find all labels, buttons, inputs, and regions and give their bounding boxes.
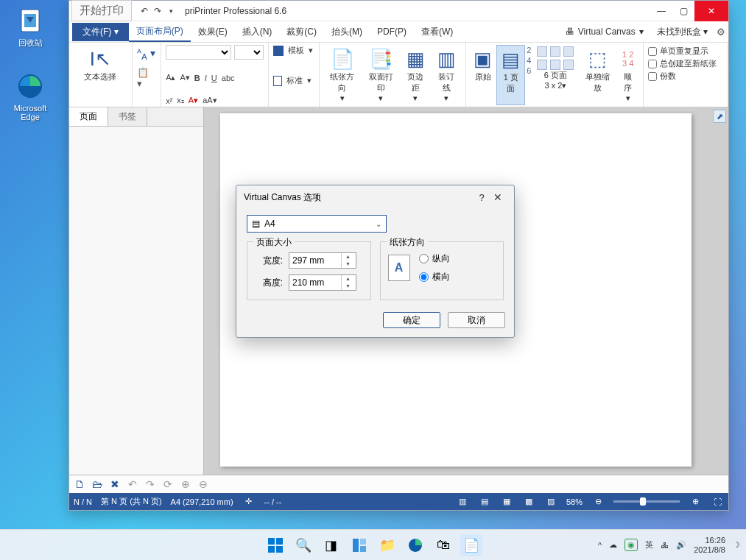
menu-head[interactable]: 抬头(M) (324, 23, 370, 41)
shrink-font[interactable]: A▾ (180, 73, 190, 82)
width-spinner[interactable]: ▲▼ (289, 252, 356, 269)
one-page-button[interactable]: ▤1 页面 (496, 45, 525, 105)
original-button[interactable]: ▣原始 (471, 45, 495, 105)
strike-button[interactable]: abc (222, 74, 235, 82)
font-format-icon[interactable]: ᴬA ▾ (137, 47, 156, 61)
tray-network-icon[interactable]: 🖧 (661, 541, 669, 550)
height-spinner[interactable]: ▲▼ (289, 274, 356, 291)
paper-size-combo[interactable]: ▤ A4 ⌄ (247, 215, 387, 233)
view-thumb-icon[interactable]: ▨ (544, 497, 557, 506)
start-button[interactable] (264, 534, 286, 556)
menu-pdf[interactable]: PDF(P) (370, 24, 414, 40)
crosshair-icon[interactable]: ✛ (242, 497, 256, 506)
height-down[interactable]: ▼ (342, 283, 354, 290)
refresh-icon[interactable]: ⟳ (162, 478, 174, 490)
width-up[interactable]: ▲ (342, 253, 354, 260)
paper-orient-button[interactable]: 📄纸张方向▾ (324, 45, 361, 105)
zoom-fit[interactable]: ⛶ (711, 497, 724, 506)
tray-notifications-icon[interactable]: ☽ (733, 540, 740, 550)
view-grid-icon[interactable]: ▩ (522, 497, 535, 506)
taskview-icon[interactable]: ◨ (320, 534, 342, 556)
tray-ime[interactable]: 英 (645, 539, 653, 550)
redo-button[interactable]: ↷ (151, 6, 164, 16)
order-button[interactable]: 1 23 4顺序▾ (617, 45, 638, 105)
italic-button[interactable]: I (205, 74, 207, 82)
dialog-close-button[interactable]: ✕ (489, 191, 507, 203)
delete-icon[interactable]: ✖ (109, 478, 121, 490)
zoom-slider[interactable] (613, 500, 680, 503)
grow-font[interactable]: A▴ (166, 73, 175, 82)
radio-landscape[interactable]: 横向 (419, 271, 450, 283)
menu-insert[interactable]: 插入(N) (235, 23, 280, 41)
tray-volume-icon[interactable]: 🔊 (676, 540, 686, 550)
menu-effects[interactable]: 效果(E) (191, 23, 235, 41)
edge-taskbar-icon[interactable] (404, 534, 426, 556)
text-select-button[interactable]: I↖ 文本选择 (74, 45, 127, 84)
height-up[interactable]: ▲ (342, 275, 354, 283)
font-color[interactable]: A▾ (189, 96, 198, 105)
menu-crop[interactable]: 裁剪(C) (279, 23, 324, 41)
sup-button[interactable]: x² (166, 96, 172, 105)
chk-always-new[interactable]: 总创建至新纸张 (648, 57, 723, 70)
undo-button[interactable]: ↶ (138, 6, 151, 16)
zoom-in-icon[interactable]: ⊕ (180, 478, 191, 490)
settings-gear-icon[interactable]: ⚙ (717, 26, 725, 38)
sub-button[interactable]: x₂ (177, 96, 184, 105)
bold-button[interactable]: B (194, 74, 200, 82)
width-input[interactable] (289, 253, 341, 268)
menu-file[interactable]: 文件(F) ▾ (72, 23, 129, 41)
redo2-icon[interactable]: ↷ (144, 478, 156, 490)
open-icon[interactable]: 🗁 (91, 478, 103, 490)
view-two-icon[interactable]: ▦ (500, 497, 513, 506)
six-page-button[interactable]: 6 页面3 x 2▾ (532, 45, 578, 105)
recycle-bin[interactable]: 回收站 (4, 4, 56, 49)
qa-customize[interactable]: ▾ (164, 7, 177, 15)
zoom-plus[interactable]: ⊕ (689, 497, 702, 506)
view-page-icon[interactable]: ▤ (478, 497, 491, 506)
underline-button[interactable]: U (211, 74, 217, 82)
cancel-button[interactable]: 取消 (448, 312, 505, 328)
chk-copies[interactable]: 份数 (648, 70, 723, 82)
widgets-icon[interactable] (348, 534, 370, 556)
height-input[interactable] (289, 275, 341, 290)
store-icon[interactable]: 🛍 (432, 534, 454, 556)
zoom-minus[interactable]: ⊖ (591, 497, 605, 506)
close-button[interactable]: ✕ (694, 1, 728, 21)
menu-view[interactable]: 查看(W) (414, 23, 460, 41)
standard-button[interactable]: 标准 ▾ (273, 75, 314, 86)
zoom-out-icon[interactable]: ⊖ (197, 478, 209, 490)
template-button[interactable]: 模板 ▾ (273, 45, 314, 56)
tray-security-icon[interactable]: ◉ (624, 539, 638, 551)
view-single-icon[interactable]: ▥ (456, 497, 469, 506)
tray-chevron-icon[interactable]: ^ (598, 541, 602, 550)
minimize-button[interactable]: — (650, 1, 672, 21)
menu-layout[interactable]: 页面布局(P) (129, 22, 191, 42)
dialog-help-button[interactable]: ? (474, 192, 489, 203)
scale-button[interactable]: ⬚单独缩放 (580, 45, 616, 105)
start-print-button[interactable]: 开始打印 (71, 0, 132, 21)
new-icon[interactable]: 🗋 (74, 478, 85, 490)
edge-shortcut[interactable]: Microsoft Edge (4, 70, 56, 121)
tray-clock[interactable]: 16:26 2021/8/8 (694, 536, 725, 555)
font-family-combo[interactable] (166, 45, 231, 60)
ok-button[interactable]: 确定 (383, 312, 440, 328)
explorer-icon[interactable]: 📁 (376, 534, 398, 556)
priprinter-taskbar-icon[interactable]: 📄 (460, 534, 482, 556)
tray-onedrive-icon[interactable]: ☁ (609, 540, 617, 550)
width-down[interactable]: ▼ (342, 260, 354, 268)
margin-button[interactable]: ▦页边距▾ (401, 45, 431, 105)
tray-selector[interactable]: 未找到纸盒 ▾ (652, 24, 712, 40)
undo2-icon[interactable]: ↶ (127, 478, 138, 490)
radio-portrait[interactable]: 纵向 (419, 252, 450, 265)
highlight-icon[interactable]: 📋 ▾ (137, 67, 156, 89)
maximize-button[interactable]: ▢ (672, 1, 694, 21)
font-size-combo[interactable] (234, 45, 264, 60)
case-button[interactable]: aA▾ (203, 96, 217, 105)
tab-page[interactable]: 页面 (69, 107, 108, 126)
printer-selector[interactable]: 🖶Virtual Canvas ▾ (561, 25, 648, 38)
corner-expand[interactable]: ⬈ (713, 110, 726, 123)
binding-button[interactable]: ▥装订线▾ (432, 45, 461, 105)
duplex-button[interactable]: 📑双面打印▾ (362, 45, 399, 105)
chk-repeat[interactable]: 单页重复显示 (648, 45, 723, 57)
search-icon[interactable]: 🔍 (292, 534, 314, 556)
